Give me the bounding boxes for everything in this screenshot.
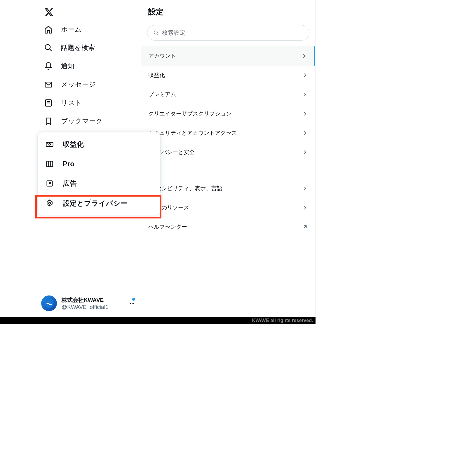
- chevron-right-icon: [302, 130, 308, 136]
- more-icon[interactable]: ···: [130, 300, 135, 307]
- settings-monetization[interactable]: 収益化: [141, 66, 315, 85]
- account-switcher[interactable]: 株式会社KWAVE @KWAVE_official1 ···: [41, 295, 135, 311]
- mail-icon: [44, 80, 53, 89]
- svg-rect-6: [46, 142, 53, 146]
- search-icon: [153, 30, 159, 36]
- popup-pro[interactable]: Pro: [38, 154, 160, 174]
- account-name: 株式会社KWAVE: [62, 296, 125, 304]
- account-handle: @KWAVE_official1: [62, 304, 125, 310]
- nav-label: 話題を検索: [61, 43, 95, 52]
- popup-settings-privacy[interactable]: 設定とプライバシー: [38, 193, 160, 213]
- svg-line-1: [50, 49, 52, 51]
- popup-monetization[interactable]: 収益化: [38, 134, 160, 154]
- nav-messages[interactable]: メッセージ: [41, 75, 141, 94]
- svg-point-7: [49, 144, 50, 145]
- settings-label: クリエイターサブスクリプション: [148, 110, 231, 118]
- x-logo[interactable]: [0, 3, 141, 20]
- svg-point-14: [49, 202, 51, 204]
- svg-point-16: [154, 31, 158, 34]
- settings-label: 他のリソース: [156, 204, 189, 211]
- chevron-right-icon: [301, 53, 307, 59]
- chevron-right-icon: [302, 149, 308, 155]
- list-icon: [44, 99, 53, 107]
- settings-label: 収益化: [148, 71, 165, 79]
- settings-list: アカウント 収益化 プレミアム クリエイターサブスクリプション セキュリティとア…: [141, 46, 315, 237]
- svg-line-17: [157, 34, 158, 35]
- nav-label: ブックマーク: [61, 117, 103, 126]
- settings-panel: 設定 アカウント 収益化 プレミアム: [141, 0, 315, 316]
- svg-point-0: [45, 44, 50, 50]
- settings-premium[interactable]: プレミアム: [141, 85, 315, 104]
- chevron-right-icon: [302, 91, 308, 98]
- settings-privacy-safety[interactable]: イバシーと安全: [141, 143, 315, 162]
- svg-rect-10: [47, 161, 53, 167]
- page-title: 設定: [141, 0, 315, 25]
- footer-copyright: KWAVE all rights reserved.: [0, 317, 316, 324]
- more-popup: 収益化 Pro 広告 設定とプライバシー: [38, 132, 160, 216]
- chevron-right-icon: [302, 72, 308, 78]
- bell-icon: [44, 62, 53, 71]
- nav-bookmarks[interactable]: ブックマーク: [41, 112, 141, 130]
- popup-label: 収益化: [63, 140, 84, 149]
- settings-account[interactable]: アカウント: [141, 46, 315, 66]
- nav-label: メッセージ: [61, 80, 96, 89]
- nav-explore[interactable]: 話題を検索: [41, 38, 141, 57]
- settings-accessibility[interactable]: セシビリティ、表示、言語: [141, 179, 315, 198]
- nav-notifications[interactable]: 通知: [41, 57, 141, 75]
- search-settings[interactable]: [147, 25, 309, 41]
- search-icon: [44, 43, 53, 52]
- chevron-right-icon: [302, 204, 308, 211]
- nav-home[interactable]: ホーム: [41, 20, 141, 38]
- columns-icon: [45, 160, 54, 168]
- sidebar: ホーム 話題を検索 通知 メッセージ リスト: [0, 0, 141, 316]
- search-input[interactable]: [162, 29, 303, 36]
- money-icon: [45, 140, 54, 149]
- settings-label: セキュリティとアカウントアクセス: [148, 129, 237, 137]
- home-icon: [44, 25, 53, 34]
- popup-ads[interactable]: 広告: [38, 174, 160, 193]
- external-icon: [45, 179, 54, 188]
- settings-label: アカウント: [148, 52, 176, 60]
- popup-label: 設定とプライバシー: [63, 199, 128, 208]
- settings-security[interactable]: セキュリティとアカウントアクセス: [141, 123, 315, 143]
- bookmark-icon: [44, 117, 53, 126]
- settings-label: プレミアム: [148, 91, 176, 98]
- account-text: 株式会社KWAVE @KWAVE_official1: [62, 296, 125, 310]
- settings-label: セシビリティ、表示、言語: [156, 185, 222, 192]
- avatar: [41, 295, 57, 311]
- settings-help-center[interactable]: ヘルプセンター: [141, 217, 315, 237]
- gear-icon: [45, 199, 54, 208]
- settings-label: イバシーと安全: [156, 148, 195, 156]
- external-link-icon: [302, 224, 308, 230]
- chevron-right-icon: [302, 185, 308, 192]
- nav-label: ホーム: [61, 25, 82, 34]
- nav-lists[interactable]: リスト: [41, 94, 141, 112]
- settings-other-resources[interactable]: 他のリソース: [141, 198, 315, 217]
- popup-label: 広告: [63, 179, 77, 188]
- settings-creator-subs[interactable]: クリエイターサブスクリプション: [141, 104, 315, 123]
- nav-label: 通知: [61, 62, 74, 71]
- nav-label: リスト: [61, 98, 82, 107]
- popup-label: Pro: [63, 160, 74, 168]
- settings-label: ヘルプセンター: [148, 223, 187, 231]
- chevron-right-icon: [302, 111, 308, 117]
